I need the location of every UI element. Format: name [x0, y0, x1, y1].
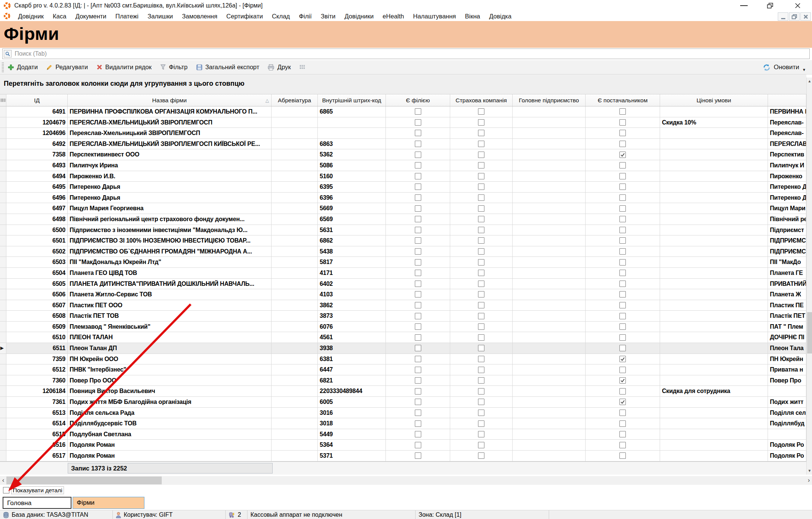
cell-insurance-checkbox[interactable] — [478, 356, 484, 362]
cell-is-supplier-checkbox[interactable] — [619, 141, 626, 147]
cell-is-supplier-checkbox[interactable] — [619, 399, 626, 405]
cell-insurance-checkbox[interactable] — [478, 334, 484, 341]
cell-insurance-checkbox[interactable] — [478, 119, 484, 126]
cell-is-branch-checkbox[interactable] — [415, 259, 421, 266]
column-header-insurance[interactable]: Страхова компанія — [450, 94, 513, 106]
cell-is-branch-checkbox[interactable] — [415, 420, 421, 427]
table-row[interactable]: 6513Поділля сельска Рада3016Поділля сел — [0, 408, 806, 419]
cell-insurance-checkbox[interactable] — [478, 205, 484, 212]
cell-is-branch-checkbox[interactable] — [415, 119, 421, 126]
cell-is-supplier-checkbox[interactable] — [619, 367, 626, 373]
cell-is-branch-checkbox[interactable] — [415, 323, 421, 330]
cell-is-supplier-checkbox[interactable] — [619, 302, 626, 308]
cell-is-branch-checkbox[interactable] — [415, 227, 421, 233]
cell-insurance-checkbox[interactable] — [478, 259, 484, 266]
delete-row-button[interactable]: Видалити рядок — [96, 64, 152, 71]
horizontal-scroll-thumb[interactable] — [6, 477, 162, 484]
column-header-name[interactable]: Назва фірми△ — [68, 94, 272, 106]
cell-is-branch-checkbox[interactable] — [415, 302, 421, 308]
cell-is-supplier-checkbox[interactable] — [619, 291, 626, 297]
minimize-button[interactable] — [735, 0, 753, 11]
table-row[interactable]: 6491ПЕРВИННА ПРОФСПІЛКОВА ОРГАНІЗАЦІЯ КО… — [0, 106, 806, 117]
table-row[interactable]: 1204696Переяслав-Хмельницький ЗВІРОПЛЕМГ… — [0, 128, 806, 139]
cell-is-branch-checkbox[interactable] — [415, 452, 421, 459]
table-row[interactable]: 6516Подоляк Роман5364Подоляк Ро — [0, 440, 806, 451]
cell-is-supplier-checkbox[interactable] — [619, 334, 626, 341]
cell-is-branch-checkbox[interactable] — [415, 377, 421, 384]
cell-is-supplier-checkbox[interactable] — [619, 452, 626, 459]
cell-insurance-checkbox[interactable] — [478, 141, 484, 147]
cell-is-branch-checkbox[interactable] — [415, 205, 421, 212]
horizontal-scrollbar[interactable]: ‹ › — [0, 476, 812, 485]
cell-insurance-checkbox[interactable] — [478, 291, 484, 297]
cell-is-supplier-checkbox[interactable] — [619, 356, 626, 362]
cell-is-branch-checkbox[interactable] — [415, 291, 421, 297]
table-row[interactable]: 7361Подих життя МБФ Благодійна організац… — [0, 397, 806, 408]
column-header-abbr[interactable]: Абревіатура — [272, 94, 318, 106]
cell-is-branch-checkbox[interactable] — [415, 194, 421, 201]
table-row[interactable]: 6504Планета ГЕО ЦІВД ТОВ4171Планета ГЕ — [0, 268, 806, 279]
cell-insurance-checkbox[interactable] — [478, 281, 484, 287]
cell-insurance-checkbox[interactable] — [478, 367, 484, 373]
cell-is-supplier-checkbox[interactable] — [619, 377, 626, 384]
menu-item-склад[interactable]: Склад — [267, 11, 294, 21]
restore-button[interactable] — [762, 0, 779, 11]
cell-is-supplier-checkbox[interactable] — [619, 345, 626, 351]
cell-is-supplier-checkbox[interactable] — [619, 442, 626, 448]
cell-insurance-checkbox[interactable] — [478, 345, 484, 351]
table-row[interactable]: 6512ПНВК "Інтербізнес"6447Приватна н — [0, 364, 806, 375]
cell-is-supplier-checkbox[interactable] — [619, 227, 626, 233]
cell-is-branch-checkbox[interactable] — [415, 237, 421, 244]
cell-insurance-checkbox[interactable] — [478, 420, 484, 427]
cell-insurance-checkbox[interactable] — [478, 270, 484, 276]
cell-is-branch-checkbox[interactable] — [415, 399, 421, 405]
column-header-is-supplier[interactable]: Є постачальником — [586, 94, 660, 106]
cell-insurance-checkbox[interactable] — [478, 237, 484, 244]
table-row[interactable]: 6505ПЛАНЕТА ДИТИНСТВА"ПРИВАТНИЙ ДОШКІЛЬН… — [0, 279, 806, 290]
cell-is-branch-checkbox[interactable] — [415, 281, 421, 287]
column-header-main-enterprise[interactable]: Головне підприємство — [513, 94, 586, 106]
cell-is-branch-checkbox[interactable] — [415, 410, 421, 416]
cell-is-branch-checkbox[interactable] — [415, 152, 421, 158]
cell-insurance-checkbox[interactable] — [478, 323, 484, 330]
cell-is-branch-checkbox[interactable] — [415, 184, 421, 190]
column-header-price-terms[interactable]: Цінові умови — [660, 94, 768, 106]
cell-insurance-checkbox[interactable] — [478, 184, 484, 190]
cell-is-branch-checkbox[interactable] — [415, 334, 421, 341]
table-row[interactable]: 6507Пластик ПЕТ ООО3862Пластик ПЕ — [0, 300, 806, 311]
cell-insurance-checkbox[interactable] — [478, 248, 484, 255]
cell-insurance-checkbox[interactable] — [478, 227, 484, 233]
scroll-up-arrow[interactable]: ▲ — [807, 77, 812, 85]
cell-insurance-checkbox[interactable] — [478, 313, 484, 319]
cell-is-supplier-checkbox[interactable] — [619, 108, 626, 115]
cell-is-branch-checkbox[interactable] — [415, 356, 421, 362]
cell-is-supplier-checkbox[interactable] — [619, 119, 626, 126]
group-by-panel[interactable]: Перетягніть заголовок колонки сюди для у… — [0, 74, 806, 94]
cell-is-branch-checkbox[interactable] — [415, 270, 421, 276]
table-row[interactable]: 6503ПІІ "МакДональдз Юкрейн Лтд"5817ПІІ … — [0, 257, 806, 268]
table-row[interactable]: 6495Питеренко Дарья6395Питеренко Д — [0, 182, 806, 193]
tab-firms[interactable]: Фірми — [73, 497, 144, 509]
table-row[interactable]: 6506Планета Житло-Сервис ТОВ4103Планета … — [0, 289, 806, 300]
cell-is-supplier-checkbox[interactable] — [619, 248, 626, 255]
table-row[interactable]: 6502ПІДПРИЄМСТВО ОБ`ЄДНАННЯ ГРОМАДЯН "МІ… — [0, 246, 806, 257]
cell-is-supplier-checkbox[interactable] — [619, 216, 626, 222]
menu-item-сертифікати[interactable]: Сертифікати — [222, 11, 267, 21]
cell-insurance-checkbox[interactable] — [478, 431, 484, 437]
menu-item-налаштування[interactable]: Налаштування — [408, 11, 460, 21]
table-row[interactable]: 6501ПІДПРИЄМСТВО ЗІ 100% ІНОЗЕМНОЮ ІНВЕС… — [0, 235, 806, 246]
cell-is-supplier-checkbox[interactable] — [619, 194, 626, 201]
search-input[interactable]: Поиск (Tab) — [2, 49, 810, 59]
mdi-restore-button[interactable] — [789, 12, 800, 21]
cell-is-supplier-checkbox[interactable] — [619, 205, 626, 212]
table-row[interactable]: 6509Племзавод " Яненківський"6076ПАТ " П… — [0, 322, 806, 332]
add-button[interactable]: Додати — [8, 64, 38, 71]
menu-item-філії[interactable]: Філії — [294, 11, 316, 21]
table-row[interactable]: 6515Подлубная Светлана5449 — [0, 429, 806, 440]
table-row[interactable]: 7358Перспективинвест ООО5362Перспектив — [0, 149, 806, 160]
cell-is-branch-checkbox[interactable] — [415, 108, 421, 115]
menu-item-довідка[interactable]: Довідка — [484, 11, 516, 21]
menu-item-звіти[interactable]: Звіти — [316, 11, 340, 21]
menu-item-довідники[interactable]: Довідники — [340, 11, 378, 21]
cell-is-branch-checkbox[interactable] — [415, 162, 421, 168]
